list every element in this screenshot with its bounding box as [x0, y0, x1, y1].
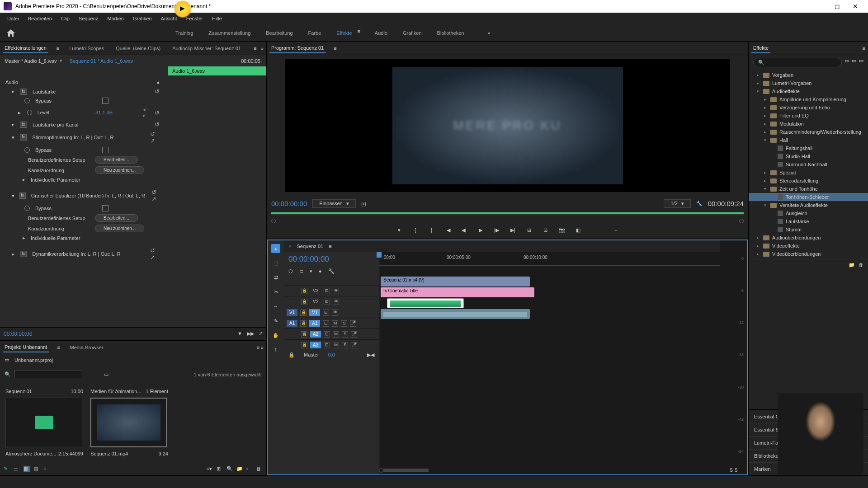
solo-left[interactable]: S [730, 468, 733, 473]
linked-selection-icon[interactable]: ⊂ [299, 268, 303, 274]
workspace-farbe[interactable]: Farbe [307, 28, 322, 38]
effect-folder-modulation[interactable]: ▸Modulation [749, 120, 868, 128]
selection-tool[interactable]: ▲ [271, 244, 280, 253]
toggle-sync-lock[interactable]: ⊡ [324, 331, 330, 338]
type-tool[interactable]: T [271, 345, 280, 354]
bypass-checkbox[interactable] [102, 147, 108, 153]
home-icon[interactable] [5, 28, 16, 38]
list-view-icon[interactable]: ☰ [14, 466, 20, 472]
export-frame-icon[interactable]: 📷 [558, 226, 566, 234]
expand-icon[interactable]: ▸ [764, 122, 768, 126]
play-only-icon[interactable]: ▶▶ [247, 331, 254, 337]
menu-ansicht[interactable]: Ansicht [157, 15, 181, 22]
effect-folder-spezial[interactable]: ▸Spezial [749, 169, 868, 177]
expand-icon[interactable]: ▸ [12, 89, 16, 94]
expand-icon[interactable]: ▸ [757, 73, 760, 77]
workspace-bearbeitung[interactable]: Bearbeitung [265, 28, 293, 38]
effect-folder-zeit-und-tonh-he[interactable]: ▾Zeit und Tonhöhe [749, 185, 868, 193]
menu-grafiken[interactable]: Grafiken [129, 15, 156, 22]
panel-menu-icon[interactable]: ≡ [57, 46, 59, 51]
lock-icon[interactable]: 🔒 [301, 342, 307, 348]
tab-media-browser[interactable]: Media-Browser [68, 343, 105, 352]
step-back-icon[interactable]: ◀| [460, 226, 468, 234]
clip-bar[interactable]: Audio 1_6.wav [168, 66, 266, 75]
menu-marken[interactable]: Marken [104, 15, 127, 22]
effect-folder-videoeffekte[interactable]: ▸Videoeffekte [749, 242, 868, 250]
reset-icon[interactable]: ↺ ↗ [151, 189, 161, 202]
lock-icon[interactable]: 🔒 [301, 331, 307, 338]
source-patch[interactable]: A1 [287, 320, 297, 327]
solo-button[interactable]: S [342, 331, 348, 338]
pencil-icon[interactable]: ✎ [4, 466, 10, 472]
reset-icon[interactable]: ↺ [155, 88, 160, 95]
chevron-down-icon[interactable]: ▾ [60, 58, 62, 64]
effect-folder-verz-gerung-und-echo[interactable]: ▸Verzögerung und Echo [749, 103, 868, 112]
track-target[interactable]: V2 [310, 298, 321, 305]
tab-audioclip-mischer-sequenz-[interactable]: Audioclip-Mischer: Sequenz 01 [170, 44, 243, 53]
timeline-timecode[interactable]: 00:00:00:00 [284, 252, 379, 267]
workspace-bibliotheken[interactable]: Bibliotheken [436, 28, 465, 38]
new-bin-icon[interactable]: 📁 [849, 262, 855, 268]
panel-menu-icon[interactable]: ≡ » [254, 46, 264, 51]
bin-thumbnail[interactable] [90, 398, 167, 447]
program-scrubber[interactable] [271, 212, 744, 216]
expand-icon[interactable]: ▸ [757, 235, 760, 240]
mark-out-icon[interactable]: } [428, 226, 436, 234]
settings-icon[interactable]: 🔧 [328, 268, 335, 274]
zoom-handle-left[interactable] [271, 219, 276, 223]
solo-button[interactable]: S [341, 320, 347, 327]
clip-video[interactable]: Sequenz 01.mp4 [V] [381, 277, 530, 286]
search-icon[interactable]: 🔍 [5, 371, 11, 377]
tab-effects[interactable]: Effekte [751, 43, 770, 53]
reset-icon[interactable]: ↺ ↗ [150, 131, 161, 144]
expand-icon[interactable]: ▸ [764, 113, 768, 118]
master-level[interactable]: 0,0 [328, 352, 335, 358]
trash-icon[interactable]: 🗑 [256, 466, 263, 472]
expand-icon[interactable]: ▸ [764, 178, 768, 183]
program-monitor[interactable]: MERE PRO KU [285, 59, 730, 192]
effect-folder-stereodarstellung[interactable]: ▸Stereodarstellung [749, 177, 868, 185]
snap-icon[interactable]: ⬡ [288, 268, 293, 274]
add-marker-icon[interactable]: ▾ [395, 226, 403, 234]
clip-audio[interactable] [387, 298, 464, 308]
mark-in-icon[interactable]: { [411, 226, 420, 234]
voice-over-icon[interactable]: 🎤 [350, 320, 356, 327]
master-clip-label[interactable]: Master * Audio 1_6.wav [5, 58, 57, 64]
effect-folder-filter-und-eq[interactable]: ▸Filter und EQ [749, 112, 868, 120]
reset-icon[interactable]: ↺ [155, 109, 160, 116]
effect-preset-tonh-hen-schieber[interactable]: Tonhöhen-Schieber [749, 193, 868, 201]
filter-icon[interactable]: ▭ [104, 371, 108, 377]
comparison-view-icon[interactable]: ◧ [574, 226, 582, 234]
stopwatch-icon[interactable] [24, 98, 30, 103]
workspace-zusammenstellung[interactable]: Zusammenstellung [208, 28, 251, 38]
filter-icon[interactable]: ▼ [237, 331, 242, 337]
collapse-icon[interactable]: ▾ [12, 193, 16, 199]
effect-folder-video-berblendungen[interactable]: ▸Videoüberblendungen [749, 250, 868, 258]
workspace-training[interactable]: Training [175, 28, 194, 38]
tab-quelle-keine-clips-[interactable]: Quelle: (keine Clips) [114, 44, 162, 53]
close-button[interactable]: ✕ [846, 3, 864, 10]
reset-icon[interactable]: ↺ ↗ [150, 247, 161, 261]
voice-over-icon[interactable]: 🎤 [351, 342, 357, 348]
slip-tool[interactable]: ↔ [271, 302, 280, 311]
sequence-clip-label[interactable]: Sequenz 01 * Audio 1_6.wav [70, 58, 133, 64]
expand-icon[interactable]: ▸ [23, 235, 27, 241]
remap-button[interactable]: Neu zuordnen... [95, 166, 144, 174]
effect-folder-vorgaben[interactable]: ▸Vorgaben [749, 71, 868, 79]
track-target[interactable]: V1 [309, 309, 320, 316]
collapse-icon[interactable]: ▾ [764, 187, 768, 191]
trash-icon[interactable]: 🗑 [859, 262, 863, 268]
settings-icon[interactable]: 🔧 [696, 201, 703, 206]
collapse-icon[interactable]: ▾ [12, 135, 16, 141]
tab-effekteinstellungen[interactable]: Effekteinstellungen [3, 43, 48, 53]
toggle-track-output[interactable]: 👁 [332, 310, 338, 316]
button-editor-icon[interactable]: + [612, 226, 620, 234]
expand-icon[interactable]: ▸ [18, 110, 22, 116]
fx-badge[interactable]: fx [20, 134, 27, 141]
expand-icon[interactable]: ▸ [764, 170, 768, 175]
workspace-grafiken[interactable]: Grafiken [402, 28, 423, 38]
menu-sequenz[interactable]: Sequenz [75, 15, 102, 22]
minimize-button[interactable]: — [810, 3, 828, 10]
project-search-input[interactable] [14, 370, 82, 379]
zoom-scrollbar[interactable] [383, 469, 429, 472]
